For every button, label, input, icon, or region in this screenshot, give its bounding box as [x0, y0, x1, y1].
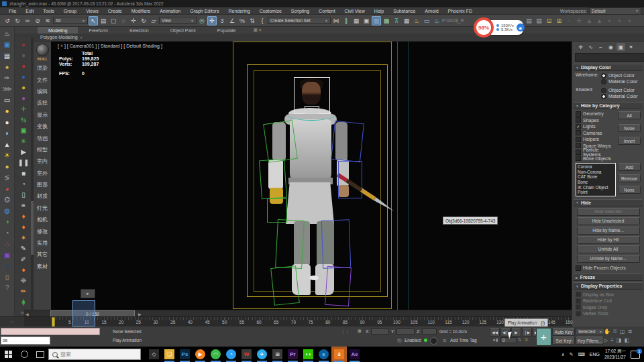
- palette-icon[interactable]: ⧫: [17, 296, 30, 307]
- taskbar-app[interactable]: Ps: [177, 347, 193, 362]
- toolbar-icon[interactable]: ▣: [362, 16, 371, 25]
- ribbon-tab[interactable]: Modeling: [38, 27, 78, 34]
- viewport-nav-icon[interactable]: ◨: [616, 337, 622, 343]
- palette-category[interactable]: 动画: [37, 132, 48, 143]
- palette-icon[interactable]: ♦: [17, 210, 30, 221]
- category-button[interactable]: None: [618, 124, 641, 132]
- category-checkbox[interactable]: Helpers: [576, 136, 616, 143]
- ribbon-panel-strip[interactable]: Polygon Modeling ▾: [0, 34, 644, 42]
- viewport-nav-icon[interactable]: ⚿: [613, 328, 617, 335]
- toolbar-icon[interactable]: ⊼: [392, 16, 401, 25]
- listbox-button[interactable]: None: [618, 186, 641, 194]
- toolbar-icon[interactable]: ≋: [43, 16, 52, 25]
- palette-icon[interactable]: ⚹: [2, 62, 13, 73]
- toolbar-icon[interactable]: ◌: [119, 16, 128, 25]
- command-panel-tab[interactable]: ✛: [576, 43, 585, 51]
- palette-category[interactable]: 编辑: [37, 86, 48, 97]
- palette-icon[interactable]: ●: [17, 71, 30, 82]
- menu-item[interactable]: Substance: [388, 9, 420, 13]
- toolbar-icon[interactable]: ✛: [129, 16, 138, 25]
- toolbar-icon[interactable]: ⊞: [554, 16, 564, 25]
- listbox-item[interactable]: Point: [578, 190, 614, 195]
- track-bar[interactable]: Play Animation (/) 510152025303540455055…: [24, 316, 572, 327]
- palette-icon[interactable]: ✎: [17, 243, 30, 253]
- toolbar-icon[interactable]: ●: [614, 16, 624, 25]
- palette-icon[interactable]: ≶: [2, 172, 13, 184]
- viewport-nav-icon[interactable]: ◫: [620, 328, 625, 335]
- toolbar-icon[interactable]: ▩: [382, 16, 391, 25]
- ribbon-tab[interactable]: Object Paint: [160, 27, 207, 34]
- toolbar-icon[interactable]: ▲: [594, 16, 604, 25]
- taskbar-app[interactable]: ✈: [254, 347, 270, 362]
- toolbar-icon[interactable]: ●: [625, 16, 634, 25]
- taskbar-app[interactable]: ◔: [223, 347, 239, 362]
- hide-button[interactable]: Unhide All: [577, 245, 640, 253]
- palette-category[interactable]: 素材: [37, 261, 48, 272]
- menu-item[interactable]: File: [4, 9, 21, 13]
- rollout-hide-by-category[interactable]: ▼ Hide by Category: [574, 102, 643, 109]
- key-filters-button[interactable]: Key Filters...: [576, 337, 604, 345]
- auto-key-button[interactable]: Auto Key: [552, 328, 575, 336]
- menu-item[interactable]: Group: [59, 9, 81, 13]
- category-button[interactable]: Invert: [618, 137, 641, 145]
- display-property-checkbox[interactable]: Backface Cull: [576, 298, 641, 304]
- menu-item[interactable]: Tools: [38, 9, 58, 13]
- frame-spinner[interactable]: ⇅: [518, 337, 521, 342]
- toolbar-icon[interactable]: ✛: [207, 16, 217, 25]
- hide-button[interactable]: Unhide by Name...: [577, 255, 640, 263]
- toolbar-icon[interactable]: ↻: [13, 16, 22, 25]
- flyout-button[interactable]: ▸: [80, 289, 95, 298]
- add-time-tag[interactable]: Add Time Tag: [450, 338, 477, 343]
- ribbon-tab[interactable]: Selection: [119, 27, 160, 34]
- palette-icon[interactable]: ✛: [17, 103, 30, 114]
- toolbar-icon[interactable]: ↺: [3, 16, 12, 25]
- toolbar-icon[interactable]: ▤: [524, 16, 533, 25]
- command-panel-tab[interactable]: ⌐: [596, 43, 605, 51]
- menu-item[interactable]: Content: [314, 9, 340, 13]
- viewport-nav-icon[interactable]: ✋: [604, 328, 610, 335]
- listbox-item[interactable]: IK Chain Object: [578, 185, 614, 190]
- palette-icon[interactable]: ♦: [17, 264, 30, 275]
- display-property-checkbox[interactable]: Edges Only: [576, 304, 641, 310]
- palette-category[interactable]: 显示: [37, 109, 48, 121]
- palette-icon[interactable]: ●: [17, 50, 30, 60]
- display-property-checkbox[interactable]: Display as Box: [576, 291, 641, 298]
- viewport-nav-icon[interactable]: ▷: [604, 337, 608, 343]
- palette-icon[interactable]: ▣: [2, 40, 13, 51]
- transport-button[interactable]: ❘▶: [522, 328, 532, 337]
- toolbar-icon[interactable]: ↖: [89, 16, 98, 25]
- toolbar-icon[interactable]: ⋈: [331, 16, 341, 25]
- ribbon-tab[interactable]: Freeform: [78, 27, 118, 34]
- palette-category[interactable]: 实用: [37, 237, 48, 249]
- toolbar-icon[interactable]: ✛: [574, 16, 584, 25]
- radio-shaded-material-color[interactable]: Material Color: [601, 93, 638, 99]
- taskbar-app[interactable]: ◠: [208, 347, 223, 362]
- category-checkbox[interactable]: Cameras: [576, 130, 616, 137]
- palette-icon[interactable]: ▣: [2, 249, 13, 261]
- viewport-label[interactable]: [ + ] [ Camera001 ] [ Standard ] [ Defau…: [58, 44, 162, 48]
- current-frame-marker[interactable]: [52, 317, 55, 327]
- taskbar-app[interactable]: ▶: [193, 347, 208, 362]
- listbox-item[interactable]: Non-Corona: [578, 170, 614, 175]
- palette-icon[interactable]: ⋙: [2, 84, 13, 95]
- toolbar-icon[interactable]: ▭: [422, 16, 431, 25]
- toolbar-icon[interactable]: ▤: [534, 16, 543, 25]
- menu-item[interactable]: Rendering: [223, 9, 254, 13]
- toolbar-icon[interactable]: ▲: [584, 16, 594, 25]
- language-indicator[interactable]: ENG: [590, 352, 600, 357]
- object-name-field[interactable]: [575, 53, 644, 62]
- key-filters-icon[interactable]: ∿: [570, 338, 573, 343]
- toolbar-icon[interactable]: ∥: [341, 16, 351, 25]
- taskbar-app[interactable]: Ae: [347, 347, 362, 362]
- palette-icon[interactable]: ●: [17, 93, 30, 103]
- camera-viewport[interactable]: [ + ] [ Camera001 ] [ Standard ] [ Defau…: [51, 42, 572, 310]
- palette-icon[interactable]: ▶: [17, 146, 30, 157]
- palette-icon[interactable]: ≡: [17, 200, 30, 210]
- toolbar-icon[interactable]: ♨: [432, 16, 441, 25]
- listbox-item[interactable]: Bone: [578, 180, 614, 185]
- palette-category[interactable]: 相机: [37, 214, 48, 225]
- palette-icon[interactable]: ◔: [17, 178, 30, 189]
- palette-icon[interactable]: ●: [17, 60, 30, 71]
- clock[interactable]: 17:02 周一 2023/11/27: [604, 349, 626, 359]
- cortana-button[interactable]: [16, 347, 32, 362]
